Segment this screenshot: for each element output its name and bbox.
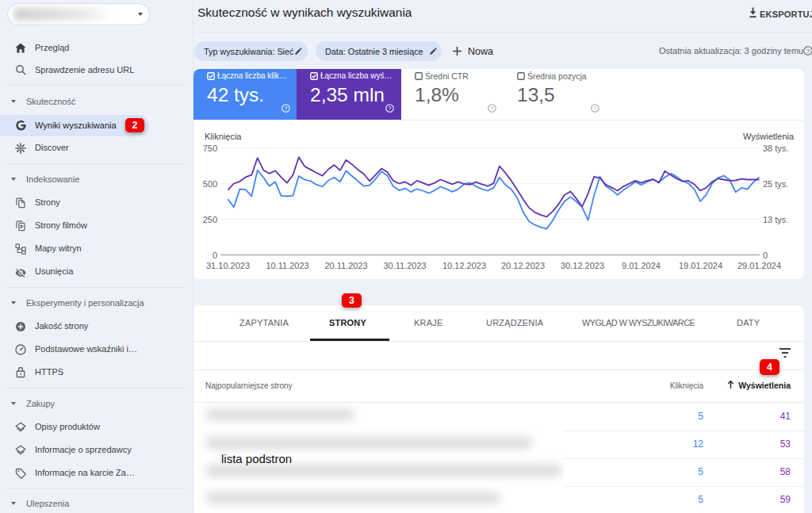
svg-text:?: ?	[284, 105, 287, 112]
svg-text:?: ?	[806, 48, 810, 55]
svg-text:?: ?	[388, 105, 391, 112]
svg-text:?: ?	[490, 105, 493, 112]
svg-text:?: ?	[593, 105, 596, 112]
